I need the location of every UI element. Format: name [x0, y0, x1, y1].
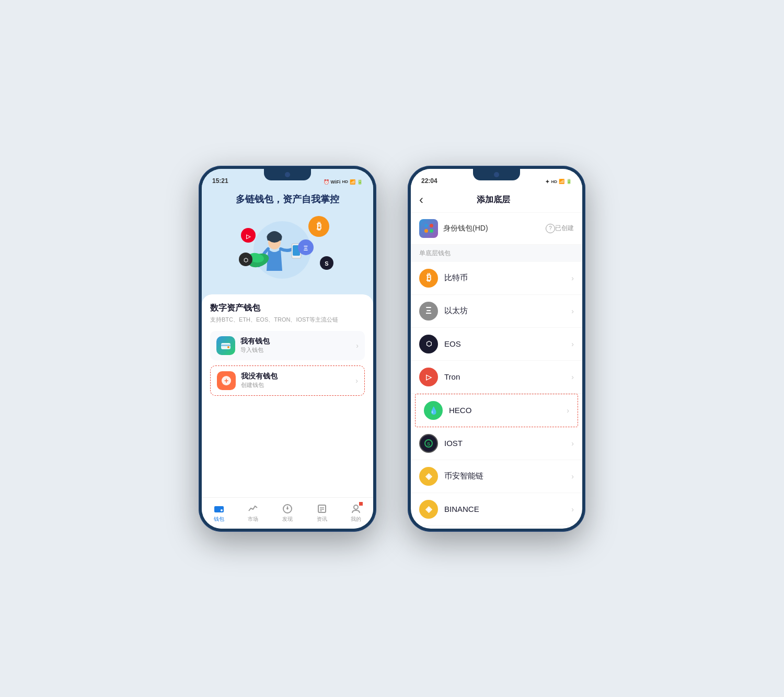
svg-point-19 [227, 346, 229, 348]
bottom-nav: 钱包 市场 发现 [202, 497, 373, 529]
camera-1 [285, 172, 290, 177]
tron-name: Tron [444, 372, 571, 381]
chain-item-tron[interactable]: ▷ Tron › [411, 361, 582, 394]
nav-market-label: 市场 [248, 516, 258, 523]
nav-wallet[interactable]: 钱包 [202, 503, 236, 523]
nav-profile[interactable]: 我的 [339, 503, 373, 523]
back-button[interactable]: ‹ [419, 193, 423, 206]
phone1-content: 多链钱包，资产自我掌控 [202, 188, 373, 497]
nav-news[interactable]: 资讯 [305, 503, 339, 523]
binance-name: BINANCE [444, 505, 571, 513]
btc-name: 比特币 [444, 273, 571, 283]
hero-svg: ₿ Ξ ▷ ⬡ S [230, 213, 345, 281]
camera-2 [494, 172, 499, 177]
compass-svg [282, 504, 293, 514]
hd-wallet-section[interactable]: 身份钱包(HD) ? 已创建 [411, 213, 582, 245]
nav-discover-label: 发现 [282, 516, 293, 523]
binance-icon: ◈ [419, 500, 438, 519]
nav-discover[interactable]: 发现 [270, 503, 305, 523]
binance-arrow: › [571, 505, 574, 513]
hd-dot-1 [424, 224, 428, 227]
import-wallet-arrow: › [356, 341, 359, 350]
iost-arrow: › [571, 439, 574, 448]
market-svg [248, 504, 258, 514]
btc-arrow: › [571, 274, 574, 282]
create-wallet-arrow: › [355, 376, 358, 385]
svg-text:S: S [325, 260, 328, 267]
heco-icon: 💧 [424, 401, 443, 420]
chain-item-eos[interactable]: ⬡ EOS › [411, 328, 582, 361]
chain-item-binance[interactable]: ◈ BINANCE › [411, 493, 582, 526]
create-icon-svg: + [221, 375, 232, 386]
create-wallet-option[interactable]: + 我没有钱包 创建钱包 › [210, 365, 365, 396]
chain-item-btc[interactable]: ₿ 比特币 › [411, 262, 582, 295]
page-title: 添加底层 [432, 195, 555, 205]
phone-2: 22:04 ✦ HD 📶 🔋 ‹ 添加底层 身份钱包 [408, 166, 585, 532]
svg-rect-23 [214, 508, 224, 509]
hd-dot-2 [430, 224, 433, 227]
svg-text:+: + [224, 376, 228, 385]
profile-badge [359, 502, 363, 506]
hd-icon-1: HD [342, 179, 348, 184]
btc-icon: ₿ [419, 269, 438, 288]
bnb-smart-icon: ◈ [419, 467, 438, 486]
svg-rect-27 [318, 505, 326, 512]
wallet-subtitle: 支持BTC、ETH、EOS、TRON、IOST等主流公链 [210, 316, 365, 324]
nav-profile-icon [350, 503, 362, 515]
news-svg [317, 504, 327, 514]
iost-name: IOST [444, 439, 571, 448]
nav-profile-label: 我的 [351, 516, 361, 523]
hero-section: 多链钱包，资产自我掌控 [202, 188, 373, 294]
chain-item-heco[interactable]: 💧 HECO › [415, 394, 578, 427]
chain-item-iost[interactable]: S IOST › [411, 427, 582, 460]
iost-svg: S [424, 439, 433, 448]
battery-icon-2: 🔋 [566, 179, 572, 184]
wallet-heading: 数字资产钱包 [210, 303, 365, 314]
wifi-icon: WiFi [331, 179, 341, 185]
nav-wallet-icon [213, 503, 225, 515]
hd-dots [424, 224, 433, 233]
hd-wallet-status: 已创建 [555, 224, 574, 233]
status-time-2: 22:04 [421, 177, 437, 185]
svg-point-24 [221, 509, 223, 511]
battery-icon-1: 🔋 [357, 179, 363, 185]
hero-title: 多链钱包，资产自我掌控 [212, 193, 363, 205]
chain-list: ₿ 比特币 › Ξ 以太坊 › ⬡ EOS › ▷ Tron › [411, 262, 582, 529]
nav-news-label: 资讯 [317, 516, 327, 523]
nav-news-icon [316, 503, 328, 515]
import-wallet-option[interactable]: 我有钱包 导入钱包 › [210, 331, 365, 360]
nav-market[interactable]: 市场 [236, 503, 271, 523]
hd-icon-2: HD [551, 179, 557, 184]
chain-item-eth[interactable]: Ξ 以太坊 › [411, 295, 582, 328]
heco-name: HECO [449, 406, 567, 415]
nav-market-icon [247, 503, 259, 515]
create-wallet-icon: + [217, 371, 236, 390]
notch-1 [264, 169, 311, 180]
tron-icon: ▷ [419, 368, 438, 386]
iost-icon: S [419, 434, 438, 453]
phone-white-section: 数字资产钱包 支持BTC、ETH、EOS、TRON、IOST等主流公链 我有钱包… [202, 294, 373, 497]
svg-rect-18 [221, 345, 230, 346]
eth-arrow: › [571, 307, 574, 315]
hero-illustration: ₿ Ξ ▷ ⬡ S [212, 211, 363, 284]
chain-item-cosmos[interactable]: ✳ COSMOS › [411, 526, 582, 529]
hd-help-button[interactable]: ? [546, 224, 555, 233]
svg-rect-22 [214, 506, 224, 512]
signal-icon-2: 📶 [559, 179, 564, 184]
page-header: ‹ 添加底层 [411, 188, 582, 213]
import-wallet-sub: 导入钱包 [240, 346, 356, 354]
import-wallet-text: 我有钱包 导入钱包 [240, 337, 356, 354]
create-wallet-text: 我没有钱包 创建钱包 [241, 372, 355, 389]
svg-marker-26 [286, 506, 289, 510]
status-icons-1: ⏰ WiFi HD 📶 🔋 [324, 179, 363, 185]
eth-icon: Ξ [419, 302, 438, 321]
eos-name: EOS [444, 339, 571, 348]
svg-text:⬡: ⬡ [244, 257, 248, 263]
nav-wallet-label: 钱包 [214, 516, 224, 523]
wallet-icon-svg [220, 340, 232, 351]
create-wallet-title: 我没有钱包 [241, 372, 355, 381]
chain-item-bnb-smart[interactable]: ◈ 币安智能链 › [411, 460, 582, 493]
nav-discover-icon [282, 503, 293, 515]
svg-point-31 [354, 505, 358, 509]
svg-text:Ξ: Ξ [304, 244, 308, 252]
